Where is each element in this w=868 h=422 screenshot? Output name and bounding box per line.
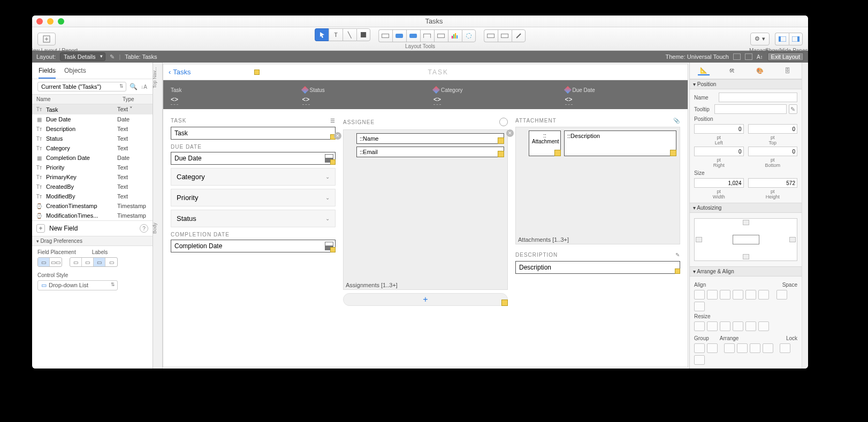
field-row[interactable]: TтPrimaryKeyText: [32, 172, 153, 182]
manage-button[interactable]: ⚙ ▾: [750, 33, 770, 45]
arrange-forward[interactable]: [737, 343, 748, 353]
grid-icon[interactable]: [745, 53, 752, 60]
align-right[interactable]: [720, 290, 730, 300]
dropdown-category[interactable]: Category⌄: [171, 168, 336, 186]
summary-value[interactable]: <>: [171, 95, 178, 105]
field-row[interactable]: ⌚CreationTimestampTimestamp: [32, 201, 153, 211]
field-row[interactable]: TтCategoryText: [32, 143, 153, 153]
field-row[interactable]: ⌚ModificationTimes...Timestamp: [32, 211, 153, 220]
summary-value[interactable]: <>: [565, 95, 573, 105]
resize-1[interactable]: [694, 321, 705, 331]
tool-select[interactable]: [315, 28, 329, 41]
layout-canvas[interactable]: ‹ Tasks TASK Task<>Status<>Category<>Due…: [163, 64, 688, 367]
align-center-v[interactable]: [745, 290, 756, 300]
sec-arrange[interactable]: Arrange & Align: [690, 266, 802, 277]
delete-row-icon[interactable]: ✕: [506, 129, 514, 137]
field-due-date[interactable]: Due Date: [171, 152, 336, 165]
sec-autosize[interactable]: Autosizing: [690, 203, 802, 213]
screen-icon[interactable]: [733, 53, 741, 60]
sort-icon[interactable]: ↓A: [141, 84, 147, 90]
tab-appearance-icon[interactable]: 🎨: [754, 66, 766, 75]
field-row[interactable]: ▦Due DateDate: [32, 114, 153, 124]
field-row[interactable]: TтTaskText ˅: [32, 104, 153, 114]
tool-text[interactable]: T: [329, 28, 342, 41]
toggle-left-pane[interactable]: [775, 33, 789, 45]
portal-attachments[interactable]: ✕ :: Attachment ::Description Attachment…: [515, 127, 680, 244]
back-button[interactable]: ‹ Tasks: [169, 68, 191, 76]
placement-seg[interactable]: ▭▭▭: [37, 257, 62, 267]
field-row[interactable]: TтPriorityText: [32, 163, 153, 172]
labels-seg[interactable]: ▭▭▭▭: [70, 257, 118, 267]
tool-line[interactable]: ╲: [342, 28, 356, 41]
close-icon[interactable]: [36, 18, 43, 25]
inspector-name-input[interactable]: [719, 93, 797, 102]
tool-part[interactable]: [498, 29, 512, 42]
pos-top-input[interactable]: [748, 124, 798, 134]
zoom-icon[interactable]: [58, 18, 64, 25]
lock-btn[interactable]: [780, 343, 790, 353]
tab-styles-icon[interactable]: 🛠: [726, 66, 737, 75]
tool-webviewer[interactable]: [462, 29, 476, 42]
text-ruler-icon[interactable]: A↕: [757, 54, 763, 60]
table-selector[interactable]: Current Table ("Tasks"): [37, 82, 126, 91]
new-layout-button[interactable]: [37, 33, 56, 45]
inspector-tooltip-input[interactable]: [714, 104, 787, 114]
align-center-h[interactable]: [707, 290, 718, 300]
edit-layout-icon[interactable]: ✎: [110, 53, 115, 60]
align-left[interactable]: [694, 290, 705, 300]
field-attachment-container[interactable]: :: Attachment: [529, 131, 561, 156]
field-row[interactable]: ▦Completion DateDate: [32, 153, 153, 163]
tool-field-control[interactable]: [484, 29, 498, 42]
ungroup-btn[interactable]: [707, 343, 718, 353]
field-row[interactable]: TтModifiedByText: [32, 191, 153, 201]
dropdown-status[interactable]: Status⌄: [171, 210, 336, 227]
search-icon[interactable]: 🔍: [130, 83, 138, 90]
tab-fields[interactable]: Fields: [39, 67, 56, 79]
align-bottom[interactable]: [758, 290, 769, 300]
field-attachment-desc[interactable]: ::Description: [564, 131, 676, 156]
paperclip-icon[interactable]: 📎: [673, 118, 680, 124]
person-icon[interactable]: [499, 118, 508, 126]
inspector-scrollbar[interactable]: [802, 63, 808, 369]
align-top[interactable]: [733, 290, 743, 300]
field-row[interactable]: TтDescriptionText: [32, 124, 153, 134]
tool-chart[interactable]: [448, 29, 462, 42]
tool-format-painter[interactable]: [512, 29, 526, 42]
arrange-back[interactable]: [763, 343, 773, 353]
minimize-icon[interactable]: [47, 18, 54, 25]
layout-selector[interactable]: Task Details: [60, 52, 105, 61]
pos-bottom-input[interactable]: [748, 147, 798, 156]
field-task[interactable]: Task: [171, 127, 336, 140]
dropdown-priority[interactable]: Priority⌄: [171, 189, 336, 206]
portal-assignments[interactable]: ✕ ::Name ::Email Assignments [1..3+]: [343, 129, 508, 290]
field-row[interactable]: TтCreatedByText: [32, 182, 153, 191]
tool-popover[interactable]: [406, 29, 420, 42]
tab-position-icon[interactable]: 📐: [698, 66, 710, 75]
field-description[interactable]: Description: [515, 261, 680, 274]
resize-5[interactable]: [745, 321, 756, 331]
arrange-backward[interactable]: [750, 343, 760, 353]
group-btn[interactable]: [694, 343, 705, 353]
arrange-front[interactable]: [724, 343, 735, 353]
resize-6[interactable]: [758, 321, 769, 331]
space-h[interactable]: [776, 290, 787, 300]
field-assignee-name[interactable]: ::Name: [356, 133, 504, 144]
new-field-label[interactable]: New Field: [49, 225, 135, 232]
toggle-right-pane[interactable]: [789, 33, 803, 45]
tab-data-icon[interactable]: 🗄: [782, 66, 794, 75]
pos-left-input[interactable]: [694, 124, 744, 134]
tool-field[interactable]: [378, 29, 392, 42]
sec-position[interactable]: Position: [690, 79, 802, 89]
size-width-input[interactable]: [694, 178, 744, 188]
field-assignee-email[interactable]: ::Email: [356, 147, 504, 157]
part-top-nav[interactable]: Top Nav...: [152, 67, 157, 88]
summary-value[interactable]: <>: [433, 95, 441, 105]
pos-right-input[interactable]: [694, 147, 744, 156]
field-completion-date[interactable]: Completion Date: [171, 240, 336, 252]
size-height-input[interactable]: [748, 178, 798, 188]
tool-tab[interactable]: [420, 29, 434, 42]
resize-4[interactable]: [733, 321, 743, 331]
part-body[interactable]: Body: [152, 222, 157, 234]
resize-2[interactable]: [707, 321, 718, 331]
help-icon[interactable]: ?: [140, 224, 148, 233]
